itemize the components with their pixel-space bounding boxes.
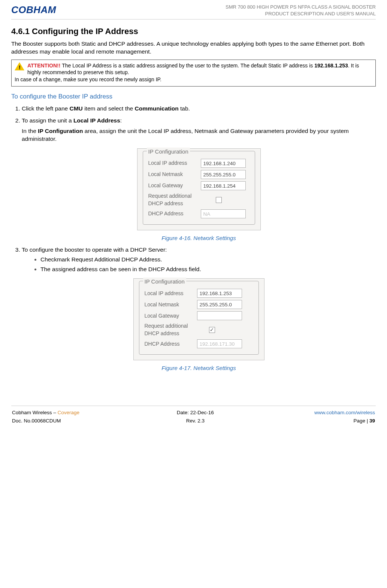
figure-4-16-caption: Figure 4-16. Network Settings [22,234,376,242]
dhcp-address-label-2: DHCP Address [145,340,197,348]
local-gateway-label-2: Local Gateway [145,312,197,320]
figure-4-16: IP Configuration Local IP address Local … [22,148,376,242]
doc-title-line1: SMR 700 800 HIGH POWER PS NFPA CLASS A S… [226,4,376,10]
doc-title-block: SMR 700 800 HIGH POWER PS NFPA CLASS A S… [226,4,376,17]
procedure-list: Click the left pane CMU item and select … [22,104,376,372]
local-netmask-label-2: Local Netmask [145,301,197,309]
ip-config-panel-1: IP Configuration Local IP address Local … [137,148,261,230]
procedure-subheading: To configure the Booster IP address [11,93,376,101]
dhcp-address-input [201,209,246,218]
request-dhcp-label-2: Request additional DHCP address [145,322,197,337]
step1-text-a: Click the left pane [22,105,70,112]
step2-local-ip: Local IP Address [73,117,120,124]
local-ip-label-2: Local IP address [145,290,197,297]
step3-bullet-2: The assigned address can be seen in the … [40,265,376,273]
step1-text-c: item and select the [83,105,135,112]
footer-page-label: Page | [353,418,369,424]
step2-text-a: To assign the unit a [22,117,73,124]
step-1: Click the left pane CMU item and select … [22,104,376,113]
footer-docno: Doc. No.00068CDUM [12,417,135,425]
request-dhcp-checkbox[interactable] [216,197,222,203]
brand-logo: COBHAM [11,4,56,16]
step1-communication: Communication [135,105,179,112]
step2-sub: In the IP Configuration area, assign the… [22,127,376,143]
dhcp-address-input-2 [197,339,242,348]
fieldset-legend-1: IP Configuration [147,148,190,155]
step3-text: To configure the booster to operate with… [22,246,167,253]
footer-coverage: Coverage [58,410,80,415]
step2-text-c: : [120,117,122,124]
step1-cmu: CMU [70,105,83,112]
intro-same-word: same [300,40,314,47]
req-dhcp-l1: Request additional [148,193,192,199]
step2-ip-config: IP Configuration [38,128,83,134]
attention-label: ATTENTION!! [27,63,62,69]
step-2: To assign the unit a Local IP Address: I… [22,116,376,242]
doc-title-line2: PRODUCT DESCRIPTION AND USER'S MANUAL [226,10,376,17]
dhcp-address-label: DHCP Address [148,210,201,218]
attention-default-ip: 192.168.1.253 [314,63,348,69]
step2-sub-a: In the [22,128,38,134]
step3-bullets: Checkmark Request Additional DHCP Addres… [40,255,376,273]
footer-url: www.cobham.com/wireless [256,409,375,416]
local-ip-input[interactable] [201,159,246,168]
footer-brand: Cobham Wireless – [12,410,58,415]
req-dhcp2-l2: DHCP address [145,330,179,336]
local-netmask-input[interactable] [201,170,246,179]
ip-config-panel-2: IP Configuration Local IP address Local … [133,278,264,360]
ip-config-fieldset-1: IP Configuration Local IP address Local … [143,151,255,225]
local-netmask-input-2[interactable] [197,300,242,309]
footer-date: Date: 22-Dec-16 [136,409,255,416]
req-dhcp2-l1: Request additional [145,323,188,329]
figure-4-17-caption: Figure 4-17. Network Settings [22,364,376,372]
local-ip-input-2[interactable] [197,289,242,298]
request-dhcp-checkbox-2[interactable]: ✓ [209,327,215,333]
section-heading: 4.6.1 Configuring the IP Address [11,26,376,37]
intro-paragraph: The Booster supports both Static and DHC… [11,40,376,56]
warning-icon: ! [15,62,25,71]
attention-text-1a: The Local IP Address is a static address… [62,63,314,69]
req-dhcp-l2: DHCP address [148,200,183,206]
request-dhcp-label: Request additional DHCP address [148,193,201,207]
figure-4-17: IP Configuration Local IP address Local … [22,278,376,372]
local-gateway-input-2[interactable] [197,311,242,320]
fieldset-legend-2: IP Configuration [143,278,186,285]
page-header: COBHAM SMR 700 800 HIGH POWER PS NFPA CL… [11,4,376,17]
header-divider [11,19,376,19]
footer-page-number: 39 [369,418,375,424]
step3-bullet-1: Checkmark Request Additional DHCP Addres… [40,255,376,264]
step-3: To configure the booster to operate with… [22,246,376,372]
local-gateway-label: Local Gateway [148,182,201,190]
footer-divider [11,406,376,406]
step1-text-e: tab. [179,105,190,112]
footer-rev: Rev. 2.3 [136,417,255,425]
attention-callout: ! ATTENTION!! The Local IP Address is a … [11,60,376,87]
local-netmask-label: Local Netmask [148,171,201,178]
page-footer: Cobham Wireless – Coverage Date: 22-Dec-… [11,406,376,425]
local-gateway-input[interactable] [201,181,246,190]
ip-config-fieldset-2: IP Configuration Local IP address Local … [139,281,259,355]
local-ip-label: Local IP address [148,160,201,167]
intro-text-pre: The Booster supports both Static and DHC… [11,40,300,47]
attention-text-2: In case of a change, make sure you recor… [15,76,372,83]
